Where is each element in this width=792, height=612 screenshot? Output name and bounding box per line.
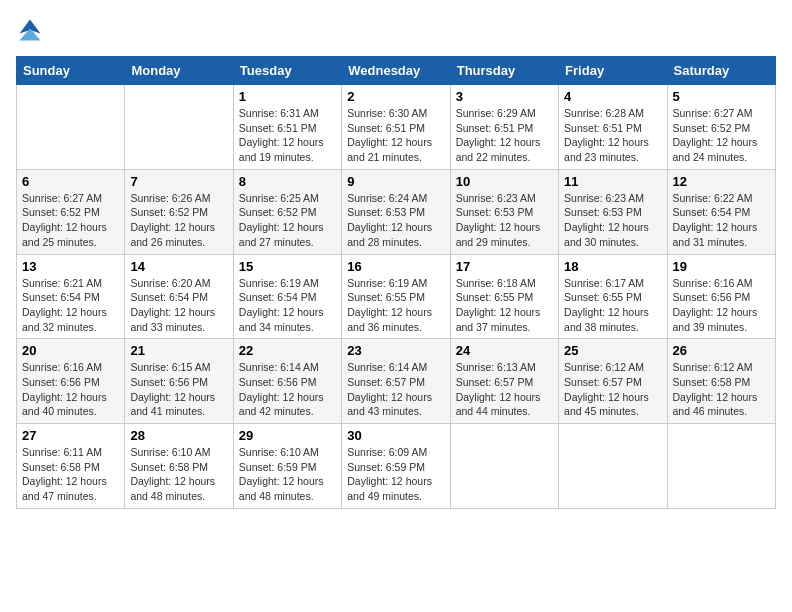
- calendar-cell: 14Sunrise: 6:20 AM Sunset: 6:54 PM Dayli…: [125, 254, 233, 339]
- day-info: Sunrise: 6:14 AM Sunset: 6:57 PM Dayligh…: [347, 360, 444, 419]
- day-info: Sunrise: 6:19 AM Sunset: 6:55 PM Dayligh…: [347, 276, 444, 335]
- logo-icon: [16, 16, 44, 44]
- calendar-cell: 3Sunrise: 6:29 AM Sunset: 6:51 PM Daylig…: [450, 85, 558, 170]
- day-info: Sunrise: 6:15 AM Sunset: 6:56 PM Dayligh…: [130, 360, 227, 419]
- calendar-cell: [559, 424, 667, 509]
- day-info: Sunrise: 6:27 AM Sunset: 6:52 PM Dayligh…: [673, 106, 770, 165]
- day-number: 8: [239, 174, 336, 189]
- day-number: 16: [347, 259, 444, 274]
- calendar-cell: 8Sunrise: 6:25 AM Sunset: 6:52 PM Daylig…: [233, 169, 341, 254]
- calendar-cell: 25Sunrise: 6:12 AM Sunset: 6:57 PM Dayli…: [559, 339, 667, 424]
- calendar-cell: 13Sunrise: 6:21 AM Sunset: 6:54 PM Dayli…: [17, 254, 125, 339]
- day-number: 22: [239, 343, 336, 358]
- day-number: 7: [130, 174, 227, 189]
- calendar-cell: [450, 424, 558, 509]
- day-number: 21: [130, 343, 227, 358]
- calendar-cell: 17Sunrise: 6:18 AM Sunset: 6:55 PM Dayli…: [450, 254, 558, 339]
- calendar-week-2: 6Sunrise: 6:27 AM Sunset: 6:52 PM Daylig…: [17, 169, 776, 254]
- day-info: Sunrise: 6:28 AM Sunset: 6:51 PM Dayligh…: [564, 106, 661, 165]
- day-info: Sunrise: 6:11 AM Sunset: 6:58 PM Dayligh…: [22, 445, 119, 504]
- day-info: Sunrise: 6:10 AM Sunset: 6:58 PM Dayligh…: [130, 445, 227, 504]
- day-number: 4: [564, 89, 661, 104]
- calendar-cell: 9Sunrise: 6:24 AM Sunset: 6:53 PM Daylig…: [342, 169, 450, 254]
- col-wednesday: Wednesday: [342, 57, 450, 85]
- calendar-cell: 21Sunrise: 6:15 AM Sunset: 6:56 PM Dayli…: [125, 339, 233, 424]
- day-number: 30: [347, 428, 444, 443]
- day-number: 25: [564, 343, 661, 358]
- day-number: 6: [22, 174, 119, 189]
- calendar-cell: 26Sunrise: 6:12 AM Sunset: 6:58 PM Dayli…: [667, 339, 775, 424]
- calendar-cell: 11Sunrise: 6:23 AM Sunset: 6:53 PM Dayli…: [559, 169, 667, 254]
- day-info: Sunrise: 6:29 AM Sunset: 6:51 PM Dayligh…: [456, 106, 553, 165]
- calendar-cell: 7Sunrise: 6:26 AM Sunset: 6:52 PM Daylig…: [125, 169, 233, 254]
- calendar-cell: 10Sunrise: 6:23 AM Sunset: 6:53 PM Dayli…: [450, 169, 558, 254]
- day-number: 10: [456, 174, 553, 189]
- day-info: Sunrise: 6:16 AM Sunset: 6:56 PM Dayligh…: [22, 360, 119, 419]
- calendar-cell: 16Sunrise: 6:19 AM Sunset: 6:55 PM Dayli…: [342, 254, 450, 339]
- day-number: 5: [673, 89, 770, 104]
- calendar-cell: [125, 85, 233, 170]
- day-number: 1: [239, 89, 336, 104]
- day-number: 27: [22, 428, 119, 443]
- day-info: Sunrise: 6:23 AM Sunset: 6:53 PM Dayligh…: [456, 191, 553, 250]
- calendar-cell: 27Sunrise: 6:11 AM Sunset: 6:58 PM Dayli…: [17, 424, 125, 509]
- col-friday: Friday: [559, 57, 667, 85]
- calendar-header: Sunday Monday Tuesday Wednesday Thursday…: [17, 57, 776, 85]
- calendar-cell: 22Sunrise: 6:14 AM Sunset: 6:56 PM Dayli…: [233, 339, 341, 424]
- day-info: Sunrise: 6:14 AM Sunset: 6:56 PM Dayligh…: [239, 360, 336, 419]
- calendar-cell: 23Sunrise: 6:14 AM Sunset: 6:57 PM Dayli…: [342, 339, 450, 424]
- col-saturday: Saturday: [667, 57, 775, 85]
- calendar-week-5: 27Sunrise: 6:11 AM Sunset: 6:58 PM Dayli…: [17, 424, 776, 509]
- calendar-table: Sunday Monday Tuesday Wednesday Thursday…: [16, 56, 776, 509]
- day-number: 17: [456, 259, 553, 274]
- calendar-cell: 20Sunrise: 6:16 AM Sunset: 6:56 PM Dayli…: [17, 339, 125, 424]
- day-info: Sunrise: 6:10 AM Sunset: 6:59 PM Dayligh…: [239, 445, 336, 504]
- day-info: Sunrise: 6:18 AM Sunset: 6:55 PM Dayligh…: [456, 276, 553, 335]
- col-tuesday: Tuesday: [233, 57, 341, 85]
- calendar-cell: 29Sunrise: 6:10 AM Sunset: 6:59 PM Dayli…: [233, 424, 341, 509]
- day-number: 28: [130, 428, 227, 443]
- calendar-week-1: 1Sunrise: 6:31 AM Sunset: 6:51 PM Daylig…: [17, 85, 776, 170]
- day-info: Sunrise: 6:30 AM Sunset: 6:51 PM Dayligh…: [347, 106, 444, 165]
- calendar-cell: 28Sunrise: 6:10 AM Sunset: 6:58 PM Dayli…: [125, 424, 233, 509]
- calendar-week-3: 13Sunrise: 6:21 AM Sunset: 6:54 PM Dayli…: [17, 254, 776, 339]
- calendar-cell: 15Sunrise: 6:19 AM Sunset: 6:54 PM Dayli…: [233, 254, 341, 339]
- day-info: Sunrise: 6:22 AM Sunset: 6:54 PM Dayligh…: [673, 191, 770, 250]
- calendar-cell: 18Sunrise: 6:17 AM Sunset: 6:55 PM Dayli…: [559, 254, 667, 339]
- calendar-cell: 1Sunrise: 6:31 AM Sunset: 6:51 PM Daylig…: [233, 85, 341, 170]
- day-number: 24: [456, 343, 553, 358]
- day-info: Sunrise: 6:16 AM Sunset: 6:56 PM Dayligh…: [673, 276, 770, 335]
- day-number: 15: [239, 259, 336, 274]
- day-info: Sunrise: 6:26 AM Sunset: 6:52 PM Dayligh…: [130, 191, 227, 250]
- day-info: Sunrise: 6:27 AM Sunset: 6:52 PM Dayligh…: [22, 191, 119, 250]
- day-number: 2: [347, 89, 444, 104]
- day-number: 13: [22, 259, 119, 274]
- day-number: 23: [347, 343, 444, 358]
- day-info: Sunrise: 6:25 AM Sunset: 6:52 PM Dayligh…: [239, 191, 336, 250]
- day-info: Sunrise: 6:23 AM Sunset: 6:53 PM Dayligh…: [564, 191, 661, 250]
- day-number: 20: [22, 343, 119, 358]
- day-info: Sunrise: 6:12 AM Sunset: 6:58 PM Dayligh…: [673, 360, 770, 419]
- day-number: 19: [673, 259, 770, 274]
- col-sunday: Sunday: [17, 57, 125, 85]
- day-info: Sunrise: 6:20 AM Sunset: 6:54 PM Dayligh…: [130, 276, 227, 335]
- day-number: 3: [456, 89, 553, 104]
- col-monday: Monday: [125, 57, 233, 85]
- day-info: Sunrise: 6:09 AM Sunset: 6:59 PM Dayligh…: [347, 445, 444, 504]
- day-number: 9: [347, 174, 444, 189]
- calendar-cell: [17, 85, 125, 170]
- calendar-cell: 19Sunrise: 6:16 AM Sunset: 6:56 PM Dayli…: [667, 254, 775, 339]
- calendar-cell: 12Sunrise: 6:22 AM Sunset: 6:54 PM Dayli…: [667, 169, 775, 254]
- col-thursday: Thursday: [450, 57, 558, 85]
- calendar-cell: 4Sunrise: 6:28 AM Sunset: 6:51 PM Daylig…: [559, 85, 667, 170]
- calendar-body: 1Sunrise: 6:31 AM Sunset: 6:51 PM Daylig…: [17, 85, 776, 509]
- day-number: 11: [564, 174, 661, 189]
- calendar-cell: 2Sunrise: 6:30 AM Sunset: 6:51 PM Daylig…: [342, 85, 450, 170]
- day-number: 18: [564, 259, 661, 274]
- day-info: Sunrise: 6:17 AM Sunset: 6:55 PM Dayligh…: [564, 276, 661, 335]
- day-info: Sunrise: 6:13 AM Sunset: 6:57 PM Dayligh…: [456, 360, 553, 419]
- day-info: Sunrise: 6:12 AM Sunset: 6:57 PM Dayligh…: [564, 360, 661, 419]
- logo: [16, 16, 48, 44]
- day-number: 12: [673, 174, 770, 189]
- calendar-cell: 5Sunrise: 6:27 AM Sunset: 6:52 PM Daylig…: [667, 85, 775, 170]
